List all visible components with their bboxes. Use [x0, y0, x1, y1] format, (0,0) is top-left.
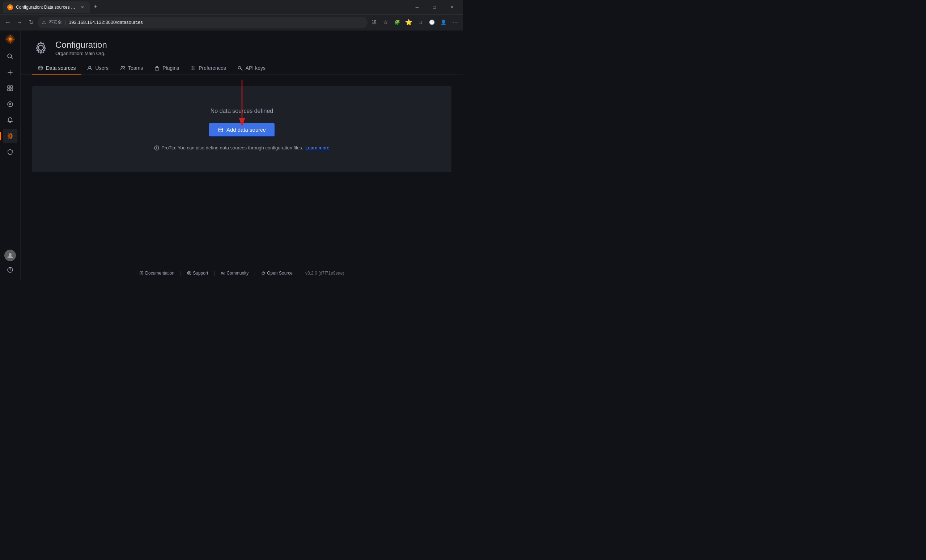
svg-point-4	[9, 38, 12, 41]
tab-bar: Configuration: Data sources - Gr... ✕ +	[3, 2, 406, 13]
address-bar[interactable]: ⚠ 不安全 | 192.168.164.132:3000/datasources	[38, 17, 368, 28]
tab-teams[interactable]: Teams	[114, 62, 149, 74]
svg-line-10	[11, 58, 13, 59]
no-datasources-message: No data sources defined	[210, 108, 273, 114]
tab-preferences[interactable]: Preferences	[185, 62, 232, 74]
minimize-button[interactable]: ─	[409, 2, 425, 13]
svg-point-58	[223, 272, 224, 274]
sidebar-item-alerting[interactable]	[3, 113, 17, 127]
tabs-bar: Data sources Users Teams	[21, 62, 463, 74]
sidebar-item-shield[interactable]	[3, 145, 17, 159]
svg-point-24	[38, 45, 44, 50]
sidebar-item-help[interactable]: ?	[3, 263, 17, 277]
app-layout: ? Configuration Organization: Main Org.	[0, 30, 463, 280]
active-tab[interactable]: Configuration: Data sources - Gr... ✕	[3, 2, 90, 13]
menu-button[interactable]: ⋯	[450, 17, 460, 27]
close-button[interactable]: ✕	[443, 2, 460, 13]
browser-actions: 译 ☆ 🧩 ⭐ □ 🕐 👤 ⋯	[369, 17, 460, 27]
address-bar-row: ← → ↻ ⚠ 不安全 | 192.168.164.132:3000/datas…	[0, 15, 463, 30]
tab-close-button[interactable]: ✕	[80, 5, 85, 10]
reload-button[interactable]: ↻	[26, 17, 36, 27]
footer-documentation-label: Documentation	[145, 271, 174, 275]
content-area: No data sources defined Add data source	[21, 74, 463, 266]
svg-rect-30	[155, 68, 159, 70]
svg-point-36	[192, 69, 194, 70]
tab-apikeys-label: API keys	[246, 65, 265, 71]
collections-button[interactable]: □	[415, 17, 425, 27]
add-datasource-button[interactable]: Add data source	[209, 123, 275, 136]
security-label: 不安全	[49, 19, 62, 25]
svg-point-46	[157, 146, 157, 147]
tab-datasources-label: Data sources	[46, 65, 76, 71]
tab-teams-label: Teams	[128, 65, 143, 71]
sidebar-bottom: ?	[3, 250, 17, 277]
main-content: Configuration Organization: Main Org. Da…	[21, 30, 463, 280]
browser-controls: ← → ↻	[3, 17, 36, 27]
svg-point-34	[192, 67, 193, 68]
protip-message: ProTip: You can also define data sources…	[154, 145, 329, 150]
arrow-annotation	[239, 76, 246, 127]
bookmark-button[interactable]: ☆	[381, 17, 391, 27]
learn-more-link[interactable]: Learn more	[305, 145, 329, 150]
footer-support-label: Support	[193, 271, 208, 275]
footer-community-link[interactable]: Community	[221, 271, 248, 275]
sidebar-item-new[interactable]	[3, 65, 17, 80]
svg-point-52	[188, 272, 190, 274]
tab-title: Configuration: Data sources - Gr...	[16, 5, 77, 10]
footer: Documentation | Support |	[21, 266, 463, 280]
header-text: Configuration Organization: Main Org.	[55, 40, 107, 56]
svg-line-56	[188, 272, 188, 272]
tab-users[interactable]: Users	[82, 62, 114, 74]
tab-favicon	[7, 5, 13, 10]
svg-text:?: ?	[9, 268, 11, 272]
svg-rect-13	[8, 86, 10, 88]
user-avatar[interactable]	[5, 250, 16, 261]
svg-line-54	[188, 274, 188, 275]
sidebar-item-dashboards[interactable]	[3, 81, 17, 95]
tab-plugins-label: Plugins	[162, 65, 179, 71]
new-tab-button[interactable]: +	[91, 2, 101, 12]
footer-sep-4: |	[298, 271, 300, 275]
footer-version: v8.2.0 (d7f71e9eae)	[305, 271, 344, 275]
svg-point-35	[194, 68, 195, 69]
tab-datasources[interactable]: Data sources	[32, 62, 82, 74]
svg-point-29	[123, 67, 125, 68]
footer-support-link[interactable]: Support	[187, 271, 208, 275]
footer-opensource-link[interactable]: Open Source	[261, 271, 293, 275]
extensions-button[interactable]: 🧩	[392, 17, 402, 27]
favorites-button[interactable]: ⭐	[404, 17, 414, 27]
grafana-logo[interactable]	[5, 33, 16, 45]
maximize-button[interactable]: □	[426, 2, 443, 13]
profile-button[interactable]: 👤	[439, 17, 449, 27]
footer-community-label: Community	[227, 271, 248, 275]
svg-rect-16	[11, 89, 13, 91]
add-datasource-label: Add data source	[227, 127, 266, 133]
svg-point-17	[8, 101, 13, 107]
page-title: Configuration	[55, 40, 107, 50]
svg-point-18	[9, 103, 11, 105]
sidebar-item-search[interactable]	[3, 49, 17, 64]
translate-button[interactable]: 译	[369, 17, 379, 27]
svg-line-53	[190, 272, 191, 272]
sidebar-item-configuration[interactable]	[3, 129, 17, 143]
svg-point-27	[89, 66, 91, 68]
svg-rect-15	[8, 89, 10, 91]
back-button[interactable]: ←	[3, 17, 13, 27]
footer-documentation-link[interactable]: Documentation	[139, 271, 174, 275]
svg-point-37	[238, 67, 241, 69]
footer-opensource-label: Open Source	[267, 271, 293, 275]
tab-users-label: Users	[95, 65, 109, 71]
footer-sep-2: |	[214, 271, 215, 275]
tab-plugins[interactable]: Plugins	[149, 62, 185, 74]
svg-point-21	[9, 253, 12, 256]
svg-line-55	[190, 274, 191, 275]
tab-apikeys[interactable]: API keys	[232, 62, 271, 74]
address-separator: |	[65, 20, 66, 25]
address-text: 192.168.164.132:3000/datasources	[69, 20, 363, 25]
security-warning-icon: ⚠	[42, 20, 46, 25]
history-button[interactable]: 🕐	[427, 17, 437, 27]
tab-preferences-label: Preferences	[198, 65, 226, 71]
footer-sep-1: |	[180, 271, 181, 275]
forward-button[interactable]: →	[14, 17, 24, 27]
sidebar-item-explore[interactable]	[3, 97, 17, 111]
